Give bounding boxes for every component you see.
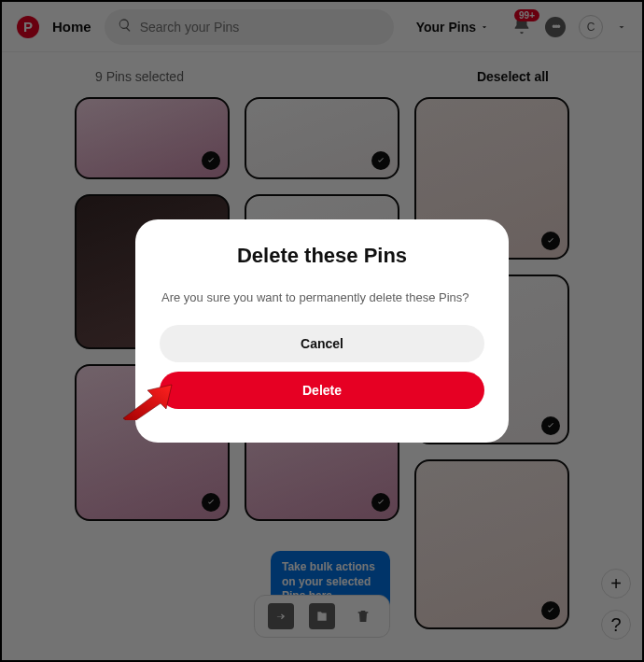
dialog-title: Delete these Pins (160, 244, 484, 268)
cancel-button[interactable]: Cancel (160, 325, 484, 362)
dialog-body: Are you sure you want to permanently del… (160, 290, 484, 304)
confirm-delete-button[interactable]: Delete (160, 372, 484, 409)
delete-confirmation-dialog: Delete these Pins Are you sure you want … (135, 219, 509, 443)
modal-overlay[interactable]: Delete these Pins Are you sure you want … (2, 2, 642, 660)
